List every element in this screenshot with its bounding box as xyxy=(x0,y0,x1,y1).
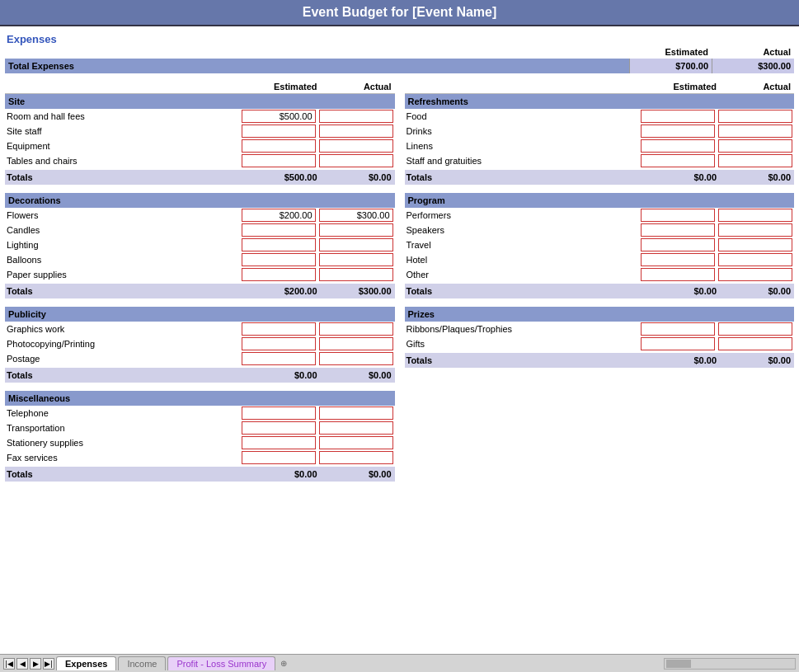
table-row: Lighting xyxy=(5,237,395,252)
table-row: Stationery supplies xyxy=(5,435,395,450)
pub-photo-actual[interactable] xyxy=(319,337,393,350)
site-header: Site xyxy=(5,94,395,109)
site-equipment-estimated[interactable] xyxy=(242,139,316,153)
site-col-headers: Estimated Actual xyxy=(5,80,395,94)
site-room-estimated[interactable]: $500.00 xyxy=(242,110,316,123)
dec-balloons-estimated[interactable] xyxy=(242,253,316,266)
misc-telephone-actual[interactable] xyxy=(319,406,393,420)
misc-totals-estimated: $0.00 xyxy=(247,467,321,482)
page-title: Event Budget for [Event Name] xyxy=(0,0,799,26)
ref-staff-estimated[interactable] xyxy=(641,154,715,167)
ref-drinks-actual[interactable] xyxy=(718,125,792,138)
decorations-header: Decorations xyxy=(5,193,395,208)
dec-flowers-actual[interactable]: $300.00 xyxy=(319,209,393,222)
table-row: Paper supplies xyxy=(5,267,395,282)
misc-stationery-actual[interactable] xyxy=(319,436,393,449)
table-row: Travel xyxy=(405,237,795,252)
prog-other-estimated[interactable] xyxy=(641,268,715,281)
ref-linens-estimated[interactable] xyxy=(641,139,715,153)
site-staff-estimated[interactable] xyxy=(242,125,316,138)
prog-hotel-actual[interactable] xyxy=(718,253,792,266)
misc-fax-actual[interactable] xyxy=(319,451,393,464)
refreshments-estimated-header: Estimated xyxy=(646,80,720,93)
tab-scroll-icon[interactable]: ⊕ xyxy=(280,659,287,668)
tab-nav-prev[interactable]: ◀ xyxy=(16,658,28,670)
ref-drinks-estimated[interactable] xyxy=(641,125,715,138)
dec-balloons-actual[interactable] xyxy=(319,253,393,266)
prog-speakers-actual[interactable] xyxy=(718,223,792,237)
misc-transport-actual[interactable] xyxy=(319,421,393,435)
site-staff-actual[interactable] xyxy=(319,125,393,138)
total-expenses-actual: $300.00 xyxy=(712,59,794,73)
misc-transport-estimated[interactable] xyxy=(242,421,316,435)
tab-nav-first[interactable]: |◀ xyxy=(3,658,15,670)
table-row: Room and hall fees $500.00 xyxy=(5,109,395,124)
prizes-gifts-estimated[interactable] xyxy=(641,337,715,350)
dec-candles-estimated[interactable] xyxy=(242,223,316,237)
pub-postage-estimated[interactable] xyxy=(242,352,316,365)
total-expenses-estimated: $700.00 xyxy=(629,59,712,73)
tab-income[interactable]: Income xyxy=(118,656,166,670)
misc-fax-estimated[interactable] xyxy=(242,451,316,464)
pub-graphics-estimated[interactable] xyxy=(242,322,316,336)
prizes-totals-estimated: $0.00 xyxy=(646,353,720,368)
tab-expenses[interactable]: Expenses xyxy=(56,656,116,670)
prog-speakers-estimated[interactable] xyxy=(641,223,715,237)
dec-totals-actual: $300.00 xyxy=(321,284,395,298)
site-equipment-actual[interactable] xyxy=(319,139,393,153)
horizontal-scrollbar[interactable] xyxy=(664,658,796,670)
ref-linens-actual[interactable] xyxy=(718,139,792,153)
prizes-section: Prizes Ribbons/Plaques/Trophies Gifts To… xyxy=(405,307,795,368)
pub-totals-actual: $0.00 xyxy=(321,368,395,383)
site-room-actual[interactable] xyxy=(319,110,393,123)
pub-graphics-actual[interactable] xyxy=(319,322,393,336)
prog-performers-estimated[interactable] xyxy=(641,209,715,222)
pub-totals-estimated: $0.00 xyxy=(247,368,321,383)
decorations-section: Decorations Flowers $200.00 $300.00 Cand… xyxy=(5,193,395,298)
pub-postage-actual[interactable] xyxy=(319,352,393,365)
table-row: Ribbons/Plaques/Trophies xyxy=(405,322,795,336)
title-text: Event Budget for [Event Name] xyxy=(303,5,497,19)
table-row: Postage xyxy=(5,351,395,366)
site-tables-actual[interactable] xyxy=(319,154,393,167)
tab-nav-last[interactable]: ▶| xyxy=(43,658,54,670)
misc-totals-row: Totals $0.00 $0.00 xyxy=(5,467,395,482)
prog-other-actual[interactable] xyxy=(718,268,792,281)
prizes-totals-row: Totals $0.00 $0.00 xyxy=(405,353,795,368)
total-expenses-row: Total Expenses $700.00 $300.00 xyxy=(5,59,794,73)
prizes-gifts-actual[interactable] xyxy=(718,337,792,350)
dec-candles-actual[interactable] xyxy=(319,223,393,237)
misc-telephone-estimated[interactable] xyxy=(242,406,316,420)
misc-stationery-estimated[interactable] xyxy=(242,436,316,449)
dec-lighting-actual[interactable] xyxy=(319,238,393,251)
ref-food-actual[interactable] xyxy=(718,110,792,123)
site-totals-actual: $0.00 xyxy=(321,170,395,185)
ref-staff-actual[interactable] xyxy=(718,154,792,167)
table-row: Transportation xyxy=(5,421,395,435)
sections-grid: Estimated Actual Site Room and hall fees… xyxy=(5,80,794,490)
left-column: Estimated Actual Site Room and hall fees… xyxy=(5,80,395,490)
decorations-totals-row: Totals $200.00 $300.00 xyxy=(5,284,395,298)
dec-paper-actual[interactable] xyxy=(319,268,393,281)
prog-performers-actual[interactable] xyxy=(718,209,792,222)
pub-photo-estimated[interactable] xyxy=(242,337,316,350)
misc-header: Miscellaneous xyxy=(5,391,395,406)
site-tables-estimated[interactable] xyxy=(242,154,316,167)
prog-travel-actual[interactable] xyxy=(718,238,792,251)
dec-lighting-estimated[interactable] xyxy=(242,238,316,251)
table-row: Fax services xyxy=(5,450,395,465)
table-row: Flowers $200.00 $300.00 xyxy=(5,208,395,223)
site-actual-header: Actual xyxy=(321,80,395,93)
prizes-ribbons-actual[interactable] xyxy=(718,322,792,336)
prog-travel-estimated[interactable] xyxy=(641,238,715,251)
right-column: Estimated Actual Refreshments Food Drink… xyxy=(405,80,795,490)
dec-paper-estimated[interactable] xyxy=(242,268,316,281)
tab-profit-loss[interactable]: Profit - Loss Summary xyxy=(167,656,275,670)
prog-hotel-estimated[interactable] xyxy=(641,253,715,266)
site-totals-estimated: $500.00 xyxy=(247,170,321,185)
publicity-section: Publicity Graphics work Photocopying/Pri… xyxy=(5,307,395,383)
dec-flowers-estimated[interactable]: $200.00 xyxy=(242,209,316,222)
tab-nav-next[interactable]: ▶ xyxy=(30,658,41,670)
ref-food-estimated[interactable] xyxy=(641,110,715,123)
prizes-ribbons-estimated[interactable] xyxy=(641,322,715,336)
